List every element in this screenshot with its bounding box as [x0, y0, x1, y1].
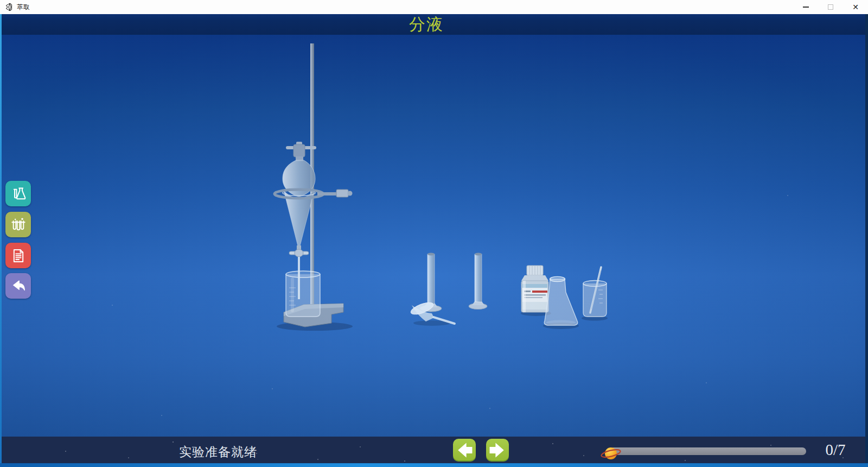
experiment-scene [0, 35, 868, 437]
left-edge-strip [0, 14, 2, 467]
app-window: 萃取 ✕ 分液 [0, 0, 868, 467]
stopcock-valve [295, 249, 303, 257]
next-step-button[interactable] [486, 439, 509, 462]
beaker-with-glass-rod[interactable] [582, 267, 608, 321]
sidebar-button-chemicals[interactable] [5, 181, 31, 206]
saturn-planet-icon [599, 444, 623, 463]
sidebar-button-back[interactable] [5, 273, 31, 299]
flask-and-test-tube-icon [11, 186, 26, 201]
bottom-edge-strip [0, 463, 868, 467]
funnel-stem [298, 257, 300, 299]
step-counter: 0/7 [814, 441, 857, 459]
equipment-canvas [0, 35, 868, 437]
scene-star-specks [112, 195, 788, 416]
header-bar: 分液 [0, 14, 868, 35]
progress-slider-handle-planet[interactable] [599, 444, 623, 463]
glass-cylinder-right[interactable] [469, 253, 487, 310]
test-tube-rack-icon [11, 217, 26, 232]
stopper [293, 144, 305, 157]
maximize-icon [828, 4, 833, 10]
previous-step-button[interactable] [453, 439, 476, 462]
arrow-right-icon [487, 440, 508, 460]
sidebar-button-equipment[interactable] [5, 212, 31, 237]
right-edge-strip [865, 14, 868, 467]
back-arrow-icon [10, 278, 27, 294]
sidebar-button-report[interactable] [5, 243, 31, 268]
unity-logo-icon [4, 3, 13, 11]
page-title: 分液 [409, 14, 444, 36]
maximize-button[interactable] [818, 0, 843, 14]
minimize-icon [803, 7, 809, 8]
progress-slider[interactable] [610, 447, 806, 455]
glass-funnel[interactable] [410, 300, 455, 326]
window-title: 萃取 [17, 3, 30, 12]
document-icon [11, 248, 26, 263]
beaker-under-funnel[interactable] [286, 271, 320, 317]
close-button[interactable]: ✕ [843, 0, 868, 14]
status-text: 实验准备就绪 [179, 444, 257, 460]
minimize-button[interactable] [793, 0, 818, 14]
bottom-bar: 实验准备就绪 0/7 [0, 437, 868, 463]
arrow-left-icon [454, 440, 475, 460]
titlebar: 萃取 ✕ [0, 0, 868, 14]
